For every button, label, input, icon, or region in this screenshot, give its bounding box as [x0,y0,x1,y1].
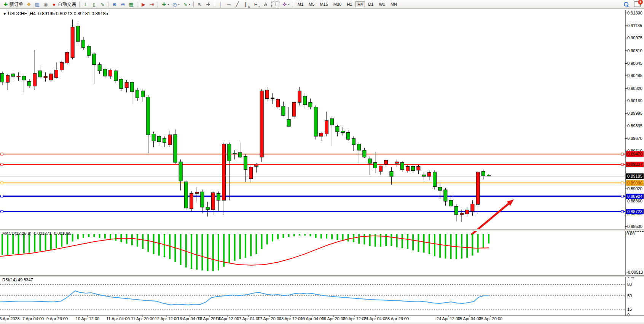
toolbar-separator [137,2,138,7]
resistance-line-2-handle-left[interactable] [1,163,3,165]
support-line-1-handle-left[interactable] [1,195,3,197]
tf-mn[interactable]: MN [388,1,399,7]
search-icon[interactable] [624,2,628,6]
period-button[interactable]: ◷▾ [171,0,181,8]
trendline-button[interactable]: ╱ [233,0,241,8]
text-button[interactable]: A [262,0,269,8]
candle-bullish [292,103,296,116]
candle-bearish [309,103,312,107]
candle-bullish [319,133,323,136]
text-label-icon: T [271,2,279,7]
candle-bearish [287,119,290,126]
tf-m15[interactable]: M15 [317,1,330,7]
tf-m30[interactable]: M30 [331,1,344,7]
chevron-down-icon: ▾ [288,3,290,6]
horizontal-line-icon: ─ [226,2,231,7]
line-chart-icon: ∿ [100,2,105,7]
candle-bullish [211,192,215,210]
line-chart-button[interactable]: ∿ [99,0,106,8]
pivot-line-price-badge: 0.89096 [626,180,644,186]
new-chart-button[interactable]: ✚▾ [160,0,170,8]
candle-bearish [330,119,334,125]
toolbar-separator [79,2,80,7]
new-order-button[interactable]: ✚新订单 [2,0,24,8]
chevron-down-icon: ▾ [178,3,180,6]
text-label-button[interactable]: T [270,0,280,8]
autotrading-button: ● [51,2,57,7]
candle-bullish [395,162,399,163]
candle-bearish [433,172,437,186]
tile-windows-button[interactable]: ▦ [128,0,135,8]
support-line-2-handle-right[interactable] [621,210,623,213]
candle-bearish [422,175,426,176]
toolbar-separator [214,2,215,7]
horizontal-line-button[interactable]: ─ [225,0,233,8]
candle-bullish [417,167,420,170]
candlestick-chart-button[interactable]: ▯ [90,0,98,8]
autotrading-button[interactable]: ●自动交易 [50,0,77,8]
candle-bullish [195,192,199,193]
crosshair-button[interactable]: ✛ [204,0,212,8]
channel-button[interactable]: ∥E [242,0,251,8]
fibonacci-button[interactable]: F≡ [252,0,261,8]
chat-icon[interactable]: 1 [634,1,641,7]
tf-h4[interactable]: H4 [355,1,365,7]
support-line-2-price-badge: 0.88723 [626,209,644,214]
candle-bearish [444,190,447,201]
vertical-line-button[interactable]: │ [217,0,224,8]
candle-bearish [1,74,4,82]
candle-bearish [92,54,96,64]
candle-bullish [384,160,388,165]
resistance-line-2-handle-right[interactable] [621,163,623,165]
candle-bearish [438,187,442,190]
signals-button[interactable]: ◉ [42,0,49,8]
fibonacci-icon: F [253,2,258,7]
candle-bearish [481,172,485,176]
candle-bullish [17,76,20,77]
resistance-line-1-handle-right[interactable] [621,153,623,155]
chart-window[interactable]: ▼USDCHF-,H4 0.89195 0.89213 0.89181 0.89… [0,9,644,324]
cursor-button[interactable]: ↖ [196,0,204,8]
pivot-line-handle-left[interactable] [1,182,3,184]
candle-bullish [125,82,128,88]
candle-bearish [141,91,145,97]
candle-bullish [298,91,301,102]
tf-h1[interactable]: H1 [344,1,354,7]
zoom-out-button[interactable]: ⊖ [119,0,127,8]
pivot-line-handle-right[interactable] [621,182,623,184]
tf-d1[interactable]: D1 [366,1,376,7]
chart-ohlc-values: 0.89195 0.89213 0.89181 0.89185 [38,11,108,16]
chart-symbol-period: USDCHF-,H4 [8,11,36,16]
indicators-button[interactable]: ∿▾ [182,0,191,8]
chart-gold-icon: ❖ [26,2,32,7]
arrows-button[interactable]: ✜▾ [281,0,291,8]
chart-collapse-icon[interactable]: ▼ [3,12,6,16]
zoom-in-button[interactable]: ⊕ [111,0,118,8]
candle-bullish [255,164,258,166]
pane-separator-macd[interactable] [0,229,644,231]
support-line-1-handle-right[interactable] [621,195,623,197]
chart-shift-button[interactable]: ⇥ [148,0,156,8]
candle-bullish [427,173,431,176]
pane-separator-rsi[interactable] [0,275,644,277]
vertical-line-icon: │ [218,2,223,7]
candle-bearish [487,175,491,176]
tf-m1[interactable]: M1 [295,1,306,7]
autotrading-button-label: 自动交易 [58,1,76,8]
candle-bearish [357,144,361,150]
tf-m5[interactable]: M5 [306,1,317,7]
cursor-icon: ↖ [197,2,202,7]
bar-chart-button[interactable]: ⊥ [82,0,89,8]
candle-bullish [379,166,383,171]
candle-bullish [406,167,410,171]
terminal-button[interactable]: ▥ [33,0,41,8]
candle-bearish [244,156,247,169]
toolbar: ✚新订单❖▥◉●自动交易⊥▯∿⊕⊖▦▶⇥✚▾◷▾∿▾↖✛│─╱∥EF≡AT✜▾M… [0,0,644,9]
candle-bearish [368,159,371,163]
resistance-line-1-handle-left[interactable] [1,153,3,155]
tf-w1[interactable]: W1 [376,1,387,7]
candle-bearish [98,65,101,71]
chart-gold-button[interactable]: ❖ [25,0,33,8]
auto-scroll-button[interactable]: ▶ [140,0,147,8]
support-line-2-handle-left[interactable] [1,210,3,213]
